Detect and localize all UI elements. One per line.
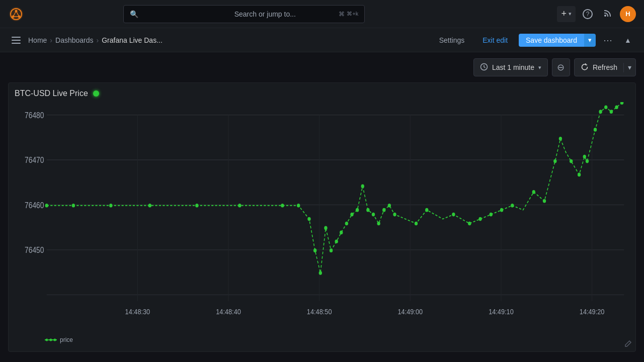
search-bar[interactable]: 🔍 Search or jump to... ⌘ ⌘+k — [123, 5, 365, 23]
btc-usd-panel: BTC-USD Live Price 76480 76470 76460 764… — [8, 82, 636, 352]
svg-point-75 — [610, 110, 613, 114]
search-shortcut: ⌘ ⌘+k — [339, 11, 358, 18]
svg-point-34 — [148, 204, 151, 208]
breadcrumb-bar: Home › Dashboards › Grafana Live Das... … — [0, 28, 644, 52]
breadcrumb: Home › Dashboards › Grafana Live Das... — [28, 36, 163, 44]
top-navigation: 🔍 Search or jump to... ⌘ ⌘+k + ▾ ? H — [0, 0, 644, 28]
time-range-label: Last 1 minute — [492, 63, 534, 71]
svg-text:14:49:20: 14:49:20 — [580, 307, 605, 316]
rss-button[interactable] — [600, 6, 616, 22]
svg-point-56 — [415, 222, 418, 226]
svg-point-40 — [313, 248, 316, 252]
svg-point-36 — [238, 204, 241, 208]
refresh-icon — [581, 63, 589, 72]
ellipsis-icon: ⋯ — [603, 35, 613, 46]
refresh-label: Refresh — [593, 63, 617, 71]
toolbar: Last 1 minute ▾ ⊖ Refresh ▾ — [0, 52, 644, 82]
svg-point-72 — [594, 128, 597, 132]
time-range-picker[interactable]: Last 1 minute ▾ — [473, 58, 548, 76]
help-button[interactable]: ? — [580, 6, 596, 22]
svg-point-60 — [478, 217, 481, 221]
live-indicator — [93, 90, 99, 97]
chart-container: 76480 76470 76460 76450 14:48:30 14:48:4… — [15, 102, 629, 333]
svg-text:14:48:30: 14:48:30 — [125, 307, 150, 316]
edit-icon[interactable] — [624, 340, 632, 350]
refresh-button[interactable]: Refresh ▾ — [574, 58, 636, 76]
svg-point-48 — [356, 208, 359, 212]
exit-edit-button[interactable]: Exit edit — [475, 34, 515, 47]
breadcrumb-dashboards[interactable]: Dashboards — [55, 36, 94, 44]
svg-point-80 — [50, 339, 52, 341]
svg-point-58 — [452, 213, 455, 217]
svg-point-57 — [425, 208, 428, 212]
svg-point-33 — [109, 204, 112, 208]
svg-point-8 — [604, 15, 606, 17]
svg-point-50 — [366, 208, 369, 212]
svg-point-64 — [532, 190, 535, 194]
svg-point-44 — [335, 239, 338, 243]
svg-point-49 — [361, 185, 364, 189]
svg-point-59 — [468, 222, 471, 226]
svg-point-45 — [340, 231, 343, 235]
nav-right: + ▾ ? H — [557, 6, 636, 22]
svg-point-0 — [9, 7, 23, 21]
search-icon: 🔍 — [130, 10, 230, 18]
save-dashboard-group: Save dashboard ▾ — [519, 34, 596, 47]
breadcrumb-current: Grafana Live Das... — [102, 36, 163, 44]
legend-dash — [45, 337, 57, 343]
svg-point-71 — [586, 159, 589, 163]
svg-point-61 — [490, 213, 493, 217]
more-options-button[interactable]: ⋯ — [600, 32, 616, 48]
svg-point-81 — [54, 339, 56, 341]
svg-point-74 — [604, 105, 607, 109]
panel-title: BTC-USD Live Price — [15, 89, 88, 98]
menu-button[interactable] — [8, 32, 24, 48]
svg-point-39 — [307, 217, 310, 221]
grafana-logo[interactable] — [8, 6, 24, 22]
panel-header: BTC-USD Live Price — [15, 89, 629, 98]
time-picker-caret: ▾ — [538, 64, 541, 71]
save-dashboard-button[interactable]: Save dashboard — [519, 34, 584, 47]
breadcrumb-sep-1: › — [50, 36, 52, 44]
svg-point-68 — [570, 159, 573, 163]
rss-icon — [604, 9, 612, 19]
svg-point-66 — [553, 159, 556, 163]
svg-point-46 — [345, 222, 348, 226]
svg-text:14:49:00: 14:49:00 — [398, 307, 423, 316]
svg-point-63 — [511, 204, 514, 208]
svg-point-32 — [72, 204, 75, 208]
clock-icon — [480, 63, 488, 72]
search-placeholder: Search or jump to... — [234, 10, 335, 18]
breadcrumb-sep-2: › — [97, 36, 99, 44]
svg-point-31 — [45, 204, 48, 208]
chevron-up-icon: ▲ — [624, 36, 631, 44]
settings-button[interactable]: Settings — [432, 34, 472, 47]
svg-text:76450: 76450 — [25, 245, 44, 254]
svg-point-35 — [195, 204, 198, 208]
svg-point-77 — [620, 102, 623, 105]
svg-point-38 — [297, 204, 300, 208]
svg-point-70 — [583, 155, 586, 159]
refresh-main[interactable]: Refresh — [575, 63, 624, 72]
collapse-button[interactable]: ▲ — [620, 32, 636, 48]
svg-text:14:49:10: 14:49:10 — [489, 307, 514, 316]
menu-line-1 — [12, 37, 21, 38]
breadcrumb-actions: Settings Exit edit Save dashboard ▾ ⋯ ▲ — [432, 32, 636, 48]
chart-legend: price — [15, 336, 629, 343]
refresh-caret[interactable]: ▾ — [624, 63, 635, 71]
add-button[interactable]: + ▾ — [557, 6, 576, 22]
svg-point-62 — [500, 208, 503, 212]
svg-text:76480: 76480 — [25, 111, 44, 120]
menu-line-2 — [12, 40, 21, 41]
zoom-out-button[interactable]: ⊖ — [552, 58, 570, 76]
avatar[interactable]: H — [620, 6, 636, 22]
svg-point-37 — [281, 204, 284, 208]
svg-point-47 — [350, 213, 353, 217]
breadcrumb-home[interactable]: Home — [28, 36, 47, 44]
svg-point-65 — [543, 199, 546, 203]
svg-point-53 — [382, 208, 385, 212]
help-icon: ? — [583, 9, 593, 19]
save-dashboard-caret[interactable]: ▾ — [584, 34, 596, 47]
svg-text:14:48:50: 14:48:50 — [307, 307, 332, 316]
refresh-dropdown-icon: ▾ — [628, 63, 631, 71]
